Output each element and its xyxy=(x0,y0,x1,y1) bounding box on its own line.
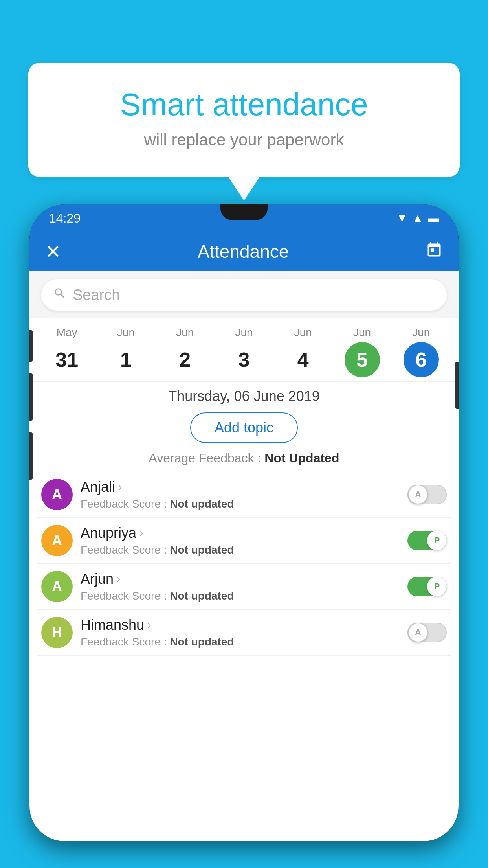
mute-button xyxy=(29,330,33,362)
status-icons: ▼ ▲ ▬ xyxy=(397,212,439,224)
add-topic-container: Add topic xyxy=(29,408,459,447)
avg-feedback-label: Average Feedback : xyxy=(149,451,265,465)
cal-month-label: May xyxy=(57,326,77,339)
search-container: Search xyxy=(29,271,459,318)
avatar: A xyxy=(41,479,73,510)
calendar-day[interactable]: Jun4 xyxy=(273,326,332,377)
student-name: Anjali › xyxy=(81,479,400,495)
attendance-toggle[interactable]: P xyxy=(407,531,447,550)
student-name: Himanshu › xyxy=(81,617,400,633)
toggle-knob: P xyxy=(427,531,447,550)
student-row[interactable]: HHimanshu ›Feedback Score : Not updatedA xyxy=(37,610,451,656)
close-button[interactable]: ✕ xyxy=(45,241,61,263)
student-name: Arjun › xyxy=(81,571,400,587)
phone-screen: Search May31Jun1Jun2Jun3Jun4Jun5Jun6 Thu… xyxy=(29,271,459,841)
add-topic-button[interactable]: Add topic xyxy=(190,412,298,443)
avatar: A xyxy=(41,525,73,556)
student-info: Himanshu ›Feedback Score : Not updated xyxy=(81,617,400,648)
calendar-day[interactable]: Jun3 xyxy=(215,326,273,377)
battery-icon: ▬ xyxy=(428,212,439,224)
feedback-score: Feedback Score : Not updated xyxy=(81,544,400,556)
cal-date-number[interactable]: 4 xyxy=(285,342,321,377)
student-row[interactable]: AArjun ›Feedback Score : Not updatedP xyxy=(37,564,451,610)
main-title: Smart attendance xyxy=(52,86,436,123)
student-row[interactable]: AAnupriya ›Feedback Score : Not updatedP xyxy=(37,518,451,564)
attendance-toggle[interactable]: A xyxy=(407,485,447,504)
toggle-container[interactable]: P xyxy=(407,531,447,550)
attendance-toggle[interactable]: A xyxy=(407,623,447,642)
search-bar[interactable]: Search xyxy=(41,279,447,311)
student-info: Anupriya ›Feedback Score : Not updated xyxy=(81,525,400,556)
cal-date-number[interactable]: 31 xyxy=(49,342,84,377)
toggle-knob: P xyxy=(427,577,447,596)
avatar: A xyxy=(41,571,73,602)
student-name: Anupriya › xyxy=(81,525,400,541)
chevron-right-icon: › xyxy=(118,481,122,493)
cal-date-number[interactable]: 3 xyxy=(226,342,262,377)
feedback-score: Feedback Score : Not updated xyxy=(81,636,400,648)
power-button xyxy=(455,362,459,409)
calendar-icon[interactable] xyxy=(426,241,443,262)
toggle-knob: A xyxy=(408,623,428,642)
speech-bubble: Smart attendance will replace your paper… xyxy=(28,63,460,177)
toggle-container[interactable]: P xyxy=(407,577,447,596)
volume-down-button xyxy=(29,432,33,480)
selected-date: Thursday, 06 June 2019 xyxy=(29,381,459,408)
student-row[interactable]: AAnjali ›Feedback Score : Not updatedA xyxy=(37,472,451,518)
calendar-day[interactable]: May31 xyxy=(37,326,96,377)
student-info: Arjun ›Feedback Score : Not updated xyxy=(81,571,400,602)
status-time: 14:29 xyxy=(49,211,81,226)
cal-date-number[interactable]: 6 xyxy=(404,342,439,377)
search-placeholder: Search xyxy=(73,287,120,303)
average-feedback: Average Feedback : Not Updated xyxy=(29,447,459,472)
cal-month-label: Jun xyxy=(294,326,312,339)
calendar-day[interactable]: Jun2 xyxy=(156,326,215,377)
cal-month-label: Jun xyxy=(412,326,430,339)
chevron-right-icon: › xyxy=(147,619,151,631)
toggle-container[interactable]: A xyxy=(407,623,447,642)
speech-bubble-container: Smart attendance will replace your paper… xyxy=(28,63,460,177)
cal-month-label: Jun xyxy=(235,326,253,339)
phone-wrapper: 14:29 ▼ ▲ ▬ ✕ Attendance xyxy=(29,204,459,868)
chevron-right-icon: › xyxy=(117,573,120,585)
cal-month-label: Jun xyxy=(117,326,135,339)
calendar-day[interactable]: Jun1 xyxy=(96,326,155,377)
student-list: AAnjali ›Feedback Score : Not updatedAAA… xyxy=(29,472,459,656)
avatar: H xyxy=(41,617,73,648)
toggle-container[interactable]: A xyxy=(407,485,447,504)
app-header: ✕ Attendance xyxy=(29,232,459,271)
status-bar: 14:29 ▼ ▲ ▬ xyxy=(29,204,459,232)
cal-month-label: Jun xyxy=(176,326,194,339)
student-info: Anjali ›Feedback Score : Not updated xyxy=(81,479,400,510)
cal-date-number[interactable]: 2 xyxy=(167,342,203,377)
notch xyxy=(220,204,268,220)
signal-icon: ▲ xyxy=(412,212,423,224)
calendar-day[interactable]: Jun5 xyxy=(332,326,391,377)
cal-date-number[interactable]: 1 xyxy=(108,342,143,377)
calendar-strip: May31Jun1Jun2Jun3Jun4Jun5Jun6 xyxy=(29,318,459,381)
chevron-right-icon: › xyxy=(139,527,143,539)
avg-feedback-value: Not Updated xyxy=(264,451,339,465)
cal-month-label: Jun xyxy=(353,326,371,339)
calendar-day[interactable]: Jun6 xyxy=(392,326,451,377)
feedback-score: Feedback Score : Not updated xyxy=(81,498,400,510)
header-title: Attendance xyxy=(198,241,289,262)
attendance-toggle[interactable]: P xyxy=(407,577,447,596)
toggle-knob: A xyxy=(408,485,428,504)
main-subtitle: will replace your paperwork xyxy=(52,131,436,149)
wifi-icon: ▼ xyxy=(397,212,408,224)
cal-date-number[interactable]: 5 xyxy=(345,342,380,377)
feedback-score: Feedback Score : Not updated xyxy=(81,590,400,602)
volume-up-button xyxy=(29,373,33,421)
phone-frame: 14:29 ▼ ▲ ▬ ✕ Attendance xyxy=(29,204,459,841)
search-icon xyxy=(53,287,66,303)
